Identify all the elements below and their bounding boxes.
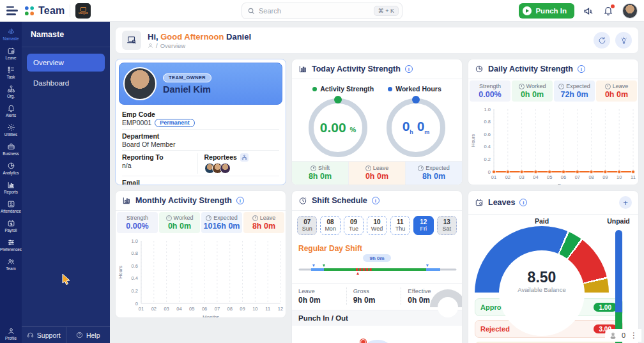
sidebar-panel: Namaste OverviewDashboard Support Help bbox=[22, 22, 110, 343]
announcements-megaphone-icon[interactable] bbox=[583, 6, 594, 17]
breadcrumb-current[interactable]: Overview bbox=[160, 42, 186, 49]
sidebar: NamasteLeaveTaskOrg.AlertsUtilitiesBusin… bbox=[0, 22, 110, 343]
day-chip-mon[interactable]: 08Mon bbox=[320, 216, 340, 235]
day-chip-sun[interactable]: 07Sun bbox=[297, 216, 317, 235]
tips-button[interactable] bbox=[615, 32, 632, 49]
svg-text:0.8: 0.8 bbox=[484, 119, 491, 125]
clock-icon bbox=[298, 196, 307, 205]
legend-item: Worked Hours bbox=[388, 85, 441, 93]
svg-text:Days: Days bbox=[558, 183, 569, 185]
svg-text:06: 06 bbox=[561, 174, 566, 180]
user-avatar[interactable] bbox=[622, 3, 638, 19]
punch-in-button[interactable]: Punch In bbox=[519, 3, 574, 19]
info-icon[interactable]: i bbox=[372, 197, 379, 204]
alerts-bell-icon bbox=[7, 104, 15, 112]
day-chip-wed[interactable]: 10Wed bbox=[367, 216, 387, 235]
shift-stat-leave: Leave0h 0m bbox=[298, 287, 346, 305]
activity-strength-gauge: 0.00 % bbox=[309, 98, 367, 157]
stat-worked: Worked0h 0m bbox=[159, 212, 200, 233]
org-tree-icon[interactable] bbox=[240, 153, 249, 162]
app-logo[interactable]: Team bbox=[23, 4, 65, 17]
sidebar-rail-item-namaste[interactable]: Namaste bbox=[0, 24, 22, 43]
sidebar-rail-item-alerts[interactable]: Alerts bbox=[0, 101, 22, 120]
svg-text:0.2: 0.2 bbox=[484, 156, 491, 162]
sidebar-rail-item-business[interactable]: Business bbox=[0, 139, 22, 158]
svg-text:01: 01 bbox=[491, 174, 496, 180]
svg-text:01: 01 bbox=[139, 306, 144, 312]
profile-avatar[interactable] bbox=[123, 67, 157, 100]
sidebar-panel-items: OverviewDashboard bbox=[22, 47, 110, 98]
day-chip-fri[interactable]: 12Fri bbox=[413, 216, 433, 235]
sidebar-rail-item-payroll[interactable]: Payroll bbox=[0, 216, 22, 235]
global-search[interactable]: ⌘ + K bbox=[241, 3, 402, 19]
sidebar-rail-item-org[interactable]: Org. bbox=[0, 82, 22, 101]
info-icon[interactable]: i bbox=[519, 199, 527, 206]
help-button[interactable]: Help bbox=[66, 327, 111, 343]
hamburger-menu-icon[interactable] bbox=[6, 6, 18, 15]
reportee-avatars[interactable] bbox=[204, 163, 280, 174]
worked-hours-gauge: 0h 0m bbox=[387, 98, 445, 157]
support-button[interactable]: Support bbox=[22, 327, 66, 343]
available-balance-label: Available Balance bbox=[475, 286, 609, 293]
stat-shift: Shift8h 0m bbox=[292, 162, 348, 185]
day-chip-thu[interactable]: 11Thu bbox=[390, 216, 410, 235]
svg-text:03: 03 bbox=[519, 174, 524, 180]
stat-strength: Strength0.00% bbox=[470, 80, 510, 102]
profile-card: TEAM_OWNER Daniel Kim Emp Code EMP0001 P… bbox=[115, 59, 286, 185]
email-row: Email uniquesolutions401@gmail.com bbox=[122, 176, 279, 185]
profile-header[interactable]: TEAM_OWNER Daniel Kim bbox=[119, 63, 282, 105]
day-chip-sat[interactable]: 13Sat bbox=[437, 216, 457, 235]
shift-stats-row: Leave0h 0mGross9h 0mEffective0h 0m bbox=[292, 284, 462, 310]
info-icon[interactable]: i bbox=[405, 65, 413, 73]
svg-text:0: 0 bbox=[135, 301, 138, 307]
sidebar-rail-item-attendance[interactable]: Attendance bbox=[0, 197, 22, 216]
no-record-illustration bbox=[360, 340, 394, 343]
info-icon[interactable]: i bbox=[236, 197, 244, 204]
sidebar-rail-item-team[interactable]: Team bbox=[0, 254, 22, 273]
duration-badge: 9h 0m bbox=[363, 254, 391, 262]
reportee-avatar[interactable] bbox=[220, 163, 231, 174]
more-options-icon[interactable]: ⋮ bbox=[630, 331, 638, 340]
sidebar-rail-item-reports[interactable]: Reports bbox=[0, 178, 22, 197]
sidebar-rail-item-analytics[interactable]: Analytics bbox=[0, 158, 22, 178]
brand-name: Team bbox=[38, 5, 65, 17]
team-people-icon bbox=[7, 257, 15, 266]
company-logo[interactable]: UNIQUE bbox=[75, 3, 91, 19]
sidebar-rail-item-preferences[interactable]: Preferences bbox=[0, 235, 22, 254]
main-content: Hi, Good Afternoon Daniel / Overview bbox=[110, 22, 644, 343]
unpaid-label: Unpaid bbox=[605, 217, 632, 225]
search-shortcut-chip: ⌘ + K bbox=[374, 6, 399, 16]
svg-text:Hours: Hours bbox=[470, 134, 476, 147]
calendar-icon bbox=[475, 198, 484, 207]
org-chart-icon bbox=[7, 85, 15, 93]
sidebar-item-overview[interactable]: Overview bbox=[27, 54, 105, 72]
department-row: Department Board Of Member bbox=[122, 130, 279, 151]
add-leave-button[interactable]: + bbox=[619, 196, 632, 209]
namaste-icon bbox=[7, 27, 15, 36]
sidebar-rail-item-task[interactable]: Task bbox=[0, 63, 22, 82]
info-icon[interactable]: i bbox=[578, 65, 585, 73]
refresh-button[interactable] bbox=[594, 32, 610, 49]
daily-line-chart: 00.20.40.60.81.00102030405060708091011Ho… bbox=[468, 103, 638, 185]
stat-expected: Expected72h 0m bbox=[554, 80, 595, 102]
sidebar-item-dashboard[interactable]: Dashboard bbox=[27, 74, 105, 92]
kiosk-person-icon bbox=[609, 332, 617, 340]
svg-text:1.0: 1.0 bbox=[484, 107, 491, 112]
stat-leave: Leave0h 0m bbox=[596, 80, 637, 102]
profile-person-icon bbox=[7, 327, 15, 335]
sidebar-rail-item-leave[interactable]: Leave bbox=[0, 43, 22, 63]
sidebar-rail-item-profile[interactable]: Profile bbox=[0, 324, 22, 343]
question-icon bbox=[76, 332, 83, 339]
sidebar-rail-item-utilities[interactable]: Utilities bbox=[0, 120, 22, 139]
svg-text:Hours: Hours bbox=[118, 266, 123, 278]
floating-user-widget[interactable]: 0 ⋮ bbox=[605, 329, 641, 342]
notifications-bell-icon[interactable] bbox=[603, 6, 613, 16]
svg-text:1.0: 1.0 bbox=[132, 238, 138, 244]
card-title: Monthly Activity Strength bbox=[135, 196, 232, 205]
day-chip-tue[interactable]: 09Tue bbox=[344, 216, 364, 235]
person-icon bbox=[148, 43, 153, 49]
sidebar-panel-title: Namaste bbox=[22, 22, 110, 47]
role-badge: TEAM_OWNER bbox=[163, 73, 211, 82]
available-balance-value: 8.50 bbox=[475, 269, 609, 286]
search-input[interactable] bbox=[259, 7, 370, 15]
